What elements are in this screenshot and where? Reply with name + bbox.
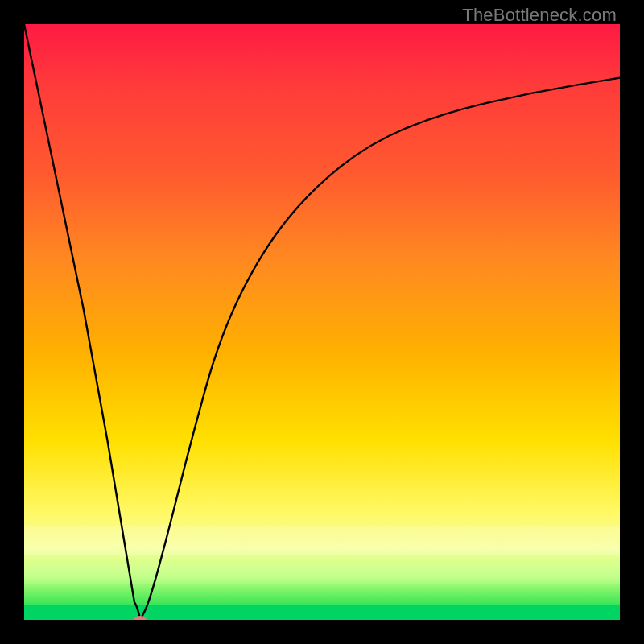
watermark-text: TheBottleneck.com [462,5,617,26]
chart-frame: TheBottleneck.com [0,0,644,644]
bottleneck-curve [24,24,620,620]
plot-area [24,24,620,620]
minimum-marker [134,616,147,620]
curve-svg [24,24,620,620]
